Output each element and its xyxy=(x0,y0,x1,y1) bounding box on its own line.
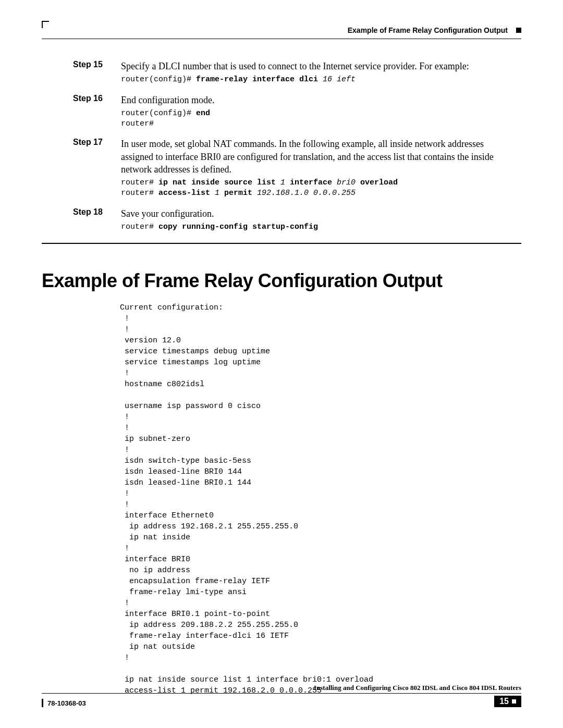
step-body: End configuration mode.router(config)# e… xyxy=(121,94,516,135)
running-head: Example of Frame Relay Configuration Out… xyxy=(42,26,521,34)
step-label: Step 17 xyxy=(73,138,109,147)
section-title: Example of Frame Relay Configuration Out… xyxy=(42,270,521,292)
step-body: In user mode, set global NAT commands. I… xyxy=(121,138,516,204)
page-number-text: 15 xyxy=(499,697,509,706)
step-text: End configuration mode. xyxy=(121,94,516,106)
footer-doc-title: Installing and Configuring Cisco 802 IDS… xyxy=(42,684,521,692)
footer-bar-icon xyxy=(42,699,43,707)
step-text: In user mode, set global NAT commands. I… xyxy=(121,138,516,176)
square-icon xyxy=(516,28,521,33)
cli-block: router# copy running-config startup-conf… xyxy=(121,222,516,232)
step-row: Step 18Save your configuration.router# c… xyxy=(73,207,516,238)
doc-number-text: 78-10368-03 xyxy=(47,699,86,707)
step-label: Step 16 xyxy=(73,94,109,103)
cli-block: router# ip nat inside source list 1 inte… xyxy=(121,178,516,199)
page-footer: Installing and Configuring Cisco 802 IDS… xyxy=(42,684,521,707)
crop-mark-icon xyxy=(42,21,49,28)
step-row: Step 15Specify a DLCI number that is use… xyxy=(73,60,516,91)
step-label: Step 15 xyxy=(73,60,109,69)
step-body: Save your configuration.router# copy run… xyxy=(121,207,516,238)
square-icon xyxy=(512,699,516,704)
step-body: Specify a DLCI number that is used to co… xyxy=(121,60,516,91)
header-rule xyxy=(42,39,521,39)
step-text: Specify a DLCI number that is used to co… xyxy=(121,60,516,72)
steps-list: Step 15Specify a DLCI number that is use… xyxy=(73,60,516,238)
config-output-block: Current configuration: ! ! version 12.0 … xyxy=(120,302,521,696)
step-label: Step 18 xyxy=(73,207,109,217)
step-row: Step 17In user mode, set global NAT comm… xyxy=(73,138,516,204)
cli-block: router(config)# end router# xyxy=(121,108,516,130)
footer-rule xyxy=(42,693,521,694)
section-divider xyxy=(42,243,521,244)
running-head-text: Example of Frame Relay Configuration Out… xyxy=(348,26,508,34)
footer-doc-number: 78-10368-03 xyxy=(42,699,86,707)
step-row: Step 16End configuration mode.router(con… xyxy=(73,94,516,135)
cli-block: router(config)# frame-relay interface dl… xyxy=(121,75,516,85)
document-page: Example of Frame Relay Configuration Out… xyxy=(0,0,563,728)
page-number-badge: 15 xyxy=(494,696,521,707)
step-text: Save your configuration. xyxy=(121,207,516,220)
